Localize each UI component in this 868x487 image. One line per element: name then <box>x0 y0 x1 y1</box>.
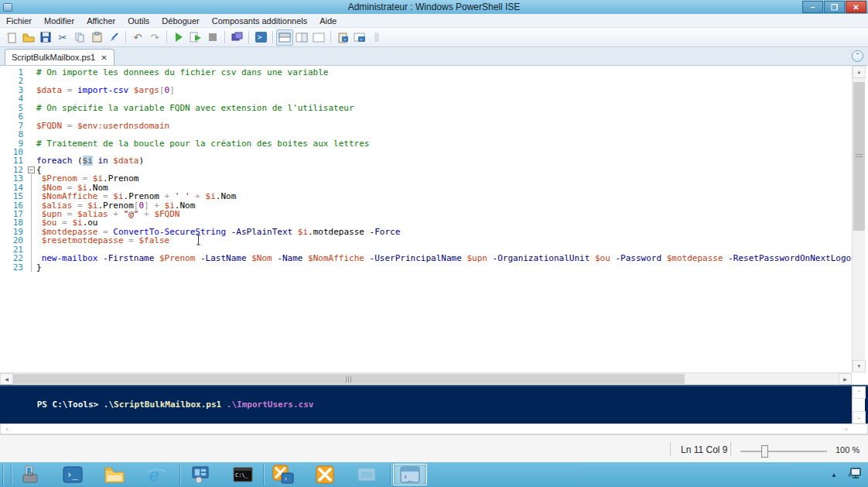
console-scroll-right-icon[interactable]: › <box>841 425 852 434</box>
menu-item-composants-additionnels[interactable]: Composants additionnels <box>206 14 314 28</box>
scroll-left-icon[interactable]: ◀ <box>0 373 13 385</box>
close-button[interactable]: ✕ <box>846 1 866 13</box>
menu-item-aide[interactable]: Aide <box>313 14 343 28</box>
scroll-down-icon[interactable]: ▼ <box>853 360 866 372</box>
code-line-11[interactable]: foreach ($i in $data) <box>36 156 852 165</box>
code-line-7[interactable]: $FQDN = $env:userdnsdomain <box>36 122 852 130</box>
network-icon[interactable] <box>848 467 862 482</box>
window-title: Administrateur : Windows PowerShell ISE <box>0 2 868 12</box>
editor-vertical-scrollbar[interactable]: ▲ ▼ <box>852 66 865 372</box>
menu-item-afficher[interactable]: Afficher <box>80 14 121 28</box>
run-script-icon[interactable] <box>170 29 187 46</box>
line-number: 15 <box>0 192 26 201</box>
menu-item-fichier[interactable]: Fichier <box>0 14 38 28</box>
console-argument: .\ImportUsers.csv <box>227 400 314 410</box>
script-pane-tool-1-icon[interactable]: > <box>334 29 351 46</box>
console-command: .\ScriptBulkMailbox.ps1 <box>104 400 227 410</box>
line-number: 22 <box>0 254 26 262</box>
taskbar-server-manager-icon[interactable] <box>14 464 48 485</box>
svg-text:›_: ›_ <box>67 469 78 480</box>
menu-bar: FichierModifierAfficherOutilsDéboguerCom… <box>0 14 868 28</box>
code-line-10[interactable] <box>36 148 852 156</box>
undo-icon[interactable]: ↶ <box>129 29 146 46</box>
toolbar: ✂ ↶ ↷ > > > <box>0 28 868 47</box>
taskbar-inactive-window-icon[interactable] <box>350 464 384 485</box>
taskbar-file-explorer-icon[interactable] <box>97 464 132 485</box>
copy-icon[interactable] <box>71 29 88 46</box>
code-line-20[interactable]: $resetmotdepasse = $false <box>36 236 852 245</box>
console-pane[interactable]: PS C:\Tools> .\ScriptBulkMailbox.ps1 .\I… <box>0 385 868 424</box>
script-editor[interactable]: 1234567891011121314151617181920212223 − … <box>0 66 852 372</box>
minimize-button[interactable]: – <box>802 1 823 13</box>
code-line-3[interactable]: $data = import-csv $args[0] <box>36 86 852 94</box>
editor-hscroll-thumb[interactable] <box>13 374 685 384</box>
editor-horizontal-scrollbar[interactable]: ◀ ▶ <box>0 372 852 385</box>
code-line-23[interactable]: } <box>36 263 852 272</box>
menu-item-modifier[interactable]: Modifier <box>38 14 80 28</box>
redo-icon[interactable]: ↷ <box>146 29 163 46</box>
menu-item-d-boguer[interactable]: Déboguer <box>155 14 205 28</box>
cut-icon[interactable]: ✂ <box>54 29 71 46</box>
code-line-13[interactable]: $Prenom = $i.Prenom <box>36 174 852 183</box>
code-line-17[interactable]: $upn = $alias + "@" + $FQDN <box>36 210 852 218</box>
start-powershell-exe-icon[interactable]: > <box>252 29 269 46</box>
console-scroll-left-icon[interactable]: ‹ <box>2 425 12 434</box>
console-prompt: PS C:\Tools> <box>37 400 104 410</box>
console-scroll-up-icon[interactable]: ⌃ <box>853 386 866 399</box>
taskbar-exchange-management-shell-icon[interactable]: › <box>266 464 300 485</box>
svg-text:>: > <box>360 37 363 42</box>
open-script-icon[interactable] <box>20 29 37 46</box>
system-tray: ▲ <box>831 462 862 487</box>
taskbar-exchange-icon[interactable] <box>308 464 342 485</box>
clear-console-pane-icon[interactable] <box>105 29 122 46</box>
tab-scriptbulkmailbox[interactable]: ScriptBulkMailbox.ps1 ✕ <box>5 49 114 65</box>
taskbar: ›_ e C:\_ › ›_ ▲ <box>0 462 868 487</box>
code-line-22[interactable]: new-mailbox -Firstname $Prenom -LastName… <box>36 254 852 262</box>
taskbar-powershell-icon[interactable]: ›_ <box>56 464 90 485</box>
tab-close-icon[interactable]: ✕ <box>101 53 107 62</box>
show-hidden-icons-icon[interactable]: ▲ <box>831 472 837 478</box>
zoom-slider-track[interactable] <box>740 451 827 452</box>
restore-button[interactable]: ❐ <box>824 1 845 13</box>
svg-text:C:\_: C:\_ <box>235 472 249 478</box>
zoom-slider-thumb[interactable] <box>761 445 768 458</box>
stop-operation-icon[interactable] <box>204 29 221 46</box>
code-line-1[interactable]: # On importe les donnees du fichier csv … <box>36 68 852 77</box>
save-icon[interactable] <box>37 29 54 46</box>
taskbar-internet-explorer-icon[interactable]: e <box>139 464 173 485</box>
scroll-right-icon[interactable]: ▶ <box>839 373 852 385</box>
show-script-pane-top-icon[interactable] <box>276 29 293 46</box>
code-line-9[interactable]: # Traitement de la boucle pour la créati… <box>36 139 852 148</box>
script-pane-toggle-icon[interactable] <box>368 29 385 46</box>
line-number: 23 <box>0 263 26 272</box>
run-selection-icon[interactable] <box>187 29 204 46</box>
script-pane-tool-2-icon[interactable]: > <box>351 29 368 46</box>
title-bar[interactable]: Administrateur : Windows PowerShell ISE … <box>0 0 868 14</box>
taskbar-control-panel-icon[interactable] <box>184 464 218 485</box>
scroll-up-icon[interactable]: ▲ <box>853 66 866 78</box>
taskbar-powershell-ise-icon[interactable]: ›_ <box>393 464 427 485</box>
new-remote-powershell-tab-icon[interactable] <box>228 29 245 46</box>
console-vertical-scrollbar[interactable]: ⌃ ⌄ <box>852 386 865 424</box>
show-script-pane-maximized-icon[interactable] <box>310 29 327 46</box>
code-area[interactable]: # On importe les donnees du fichier csv … <box>36 68 852 272</box>
line-number: 6 <box>0 112 26 121</box>
svg-text:e: e <box>148 465 159 484</box>
collapse-pane-chevron-icon[interactable]: ⌃ <box>852 50 863 62</box>
fold-collapse-icon[interactable]: − <box>28 166 35 173</box>
menu-item-outils[interactable]: Outils <box>121 14 155 28</box>
editor-vscroll-thumb[interactable] <box>853 82 865 231</box>
taskbar-command-prompt-icon[interactable]: C:\_ <box>226 464 260 485</box>
zoom-level: 100 % <box>836 445 859 454</box>
cursor-position: Ln 11 Col 9 <box>681 444 728 455</box>
code-line-12[interactable]: { <box>36 166 852 174</box>
console-command-line: PS C:\Tools> .\ScriptBulkMailbox.ps1 .\I… <box>6 389 313 420</box>
powershell-ise-window: Administrateur : Windows PowerShell ISE … <box>0 0 868 487</box>
paste-icon[interactable] <box>88 29 105 46</box>
new-script-icon[interactable] <box>3 29 20 46</box>
code-line-5[interactable]: # On spécifie la variable FQDN avec exte… <box>36 104 852 112</box>
status-bar: Ln 11 Col 9 100 % <box>0 434 868 462</box>
console-horizontal-scrollbar[interactable]: ‹ › <box>0 424 868 434</box>
console-scroll-down-icon[interactable]: ⌄ <box>853 411 866 424</box>
show-script-pane-right-icon[interactable] <box>293 29 310 46</box>
